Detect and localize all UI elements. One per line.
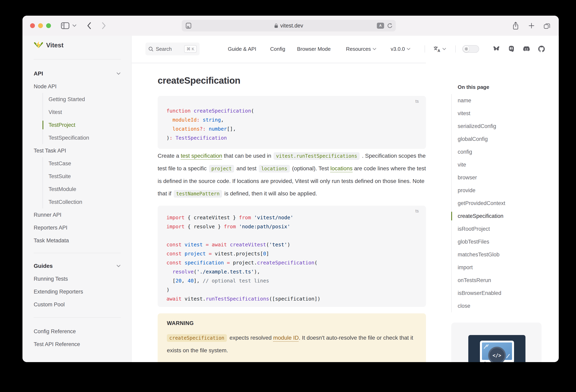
sidebar-item-test-api-reference[interactable]: Test API Reference bbox=[34, 338, 121, 351]
sidebar-item-node-api[interactable]: Node API bbox=[34, 80, 121, 93]
discord-icon[interactable] bbox=[523, 36, 530, 62]
sponsor-image: </> bbox=[468, 335, 525, 362]
outline-item-provide[interactable]: provide bbox=[458, 184, 542, 197]
github-icon[interactable] bbox=[538, 36, 545, 62]
inline-link[interactable]: module ID bbox=[273, 335, 299, 341]
nav-link-browser-mode[interactable]: Browser Mode bbox=[297, 36, 331, 62]
sidebar-item-testmodule[interactable]: TestModule bbox=[43, 183, 121, 196]
text-run: number bbox=[209, 126, 227, 132]
new-tab-icon[interactable] bbox=[528, 16, 535, 36]
outline-item-isbrowserenabled[interactable]: isBrowserEnabled bbox=[458, 287, 542, 300]
outline-item-config[interactable]: config bbox=[458, 146, 542, 158]
sidebar-item-config-reference[interactable]: Config Reference bbox=[34, 325, 121, 338]
text-run bbox=[181, 251, 184, 257]
toolbar-chevron-down-icon[interactable] bbox=[72, 16, 77, 36]
text-run: await bbox=[167, 296, 181, 302]
sidebar-item-task-metadata[interactable]: Task Metadata bbox=[34, 234, 121, 247]
outline-item-vite[interactable]: vite bbox=[458, 158, 542, 171]
text-run: : bbox=[170, 135, 173, 141]
share-icon[interactable] bbox=[512, 16, 519, 36]
text-run bbox=[167, 126, 173, 132]
outline-item-createspecification[interactable]: createSpecification bbox=[458, 210, 542, 222]
code-lines: function createSpecification( moduleId: … bbox=[167, 106, 417, 142]
sidebar-item-testspecification[interactable]: TestSpecification bbox=[43, 131, 121, 144]
outline-item-globtestfiles[interactable]: globTestFiles bbox=[458, 235, 542, 248]
outline-item-vitest[interactable]: vitest bbox=[458, 107, 542, 120]
text-run: : bbox=[197, 117, 200, 123]
sidebar-item-reporters-api[interactable]: Reporters API bbox=[34, 221, 121, 234]
sidebar-section-guides[interactable]: Guides bbox=[34, 260, 121, 272]
text-run: specification bbox=[184, 260, 224, 266]
back-icon[interactable] bbox=[86, 16, 92, 36]
lock-icon bbox=[274, 23, 278, 28]
outline-item-matchestestglob[interactable]: matchesTestGlob bbox=[458, 248, 542, 261]
code-block-signature[interactable]: ts function createSpecification( moduleI… bbox=[158, 96, 426, 149]
outline-item-serializedconfig[interactable]: serializedConfig bbox=[458, 120, 542, 133]
text-run: locations bbox=[173, 126, 200, 132]
text-run: project bbox=[184, 251, 205, 257]
sidebar-item-extending-reporters[interactable]: Extending Reporters bbox=[34, 285, 121, 298]
sidebar-item-testproject[interactable]: TestProject bbox=[43, 119, 121, 131]
text-run: ) bbox=[167, 135, 170, 141]
outline-item-globalconfig[interactable]: globalConfig bbox=[458, 133, 542, 146]
mastodon-icon[interactable] bbox=[508, 36, 515, 62]
text-run: { createVitest } bbox=[184, 215, 239, 220]
text-run bbox=[224, 260, 227, 266]
sponsor-card[interactable]: </> bbox=[451, 323, 542, 362]
sidebar-toggle-icon[interactable] bbox=[61, 16, 69, 36]
tab-overview-icon[interactable] bbox=[543, 16, 551, 36]
search-label: Search bbox=[156, 46, 172, 52]
sidebar-item-running-tests[interactable]: Running Tests bbox=[34, 272, 121, 285]
sidebar-item-testcase[interactable]: TestCase bbox=[43, 157, 121, 170]
inline-link[interactable]: test specification bbox=[181, 153, 222, 159]
brand[interactable]: Vitest bbox=[34, 38, 121, 52]
vitest-logo-icon bbox=[34, 40, 43, 50]
nav-link-guide-api[interactable]: Guide & API bbox=[228, 36, 256, 62]
outline-item-browser[interactable]: browser bbox=[458, 171, 542, 184]
chevron-down-icon bbox=[406, 48, 410, 50]
text-run: [ bbox=[167, 278, 175, 284]
text-run bbox=[236, 224, 239, 230]
sidebar-api-rest: Runner APIReporters APITask Metadata bbox=[34, 209, 121, 247]
nav-language-menu[interactable]: A bbox=[433, 36, 446, 62]
theme-toggle[interactable] bbox=[462, 45, 479, 53]
url-display[interactable]: vitest.dev bbox=[182, 20, 396, 31]
text-run: is defined, then it will also be applied… bbox=[223, 190, 317, 197]
outline-item-getprovidedcontext[interactable]: getProvidedContext bbox=[458, 197, 542, 210]
sidebar-section-api[interactable]: API bbox=[34, 67, 121, 80]
sidebar-item-vitest[interactable]: Vitest bbox=[43, 106, 121, 119]
inline-link[interactable]: locations bbox=[330, 165, 353, 172]
outline-item-isrootproject[interactable]: isRootProject bbox=[458, 222, 542, 235]
chevron-down-icon bbox=[442, 48, 446, 50]
address-bar[interactable]: vitest.dev A bbox=[182, 20, 396, 31]
outline-item-import[interactable]: import bbox=[458, 261, 542, 274]
sidebar-item-getting-started[interactable]: Getting Started bbox=[43, 93, 121, 106]
sidebar-item-runner-api[interactable]: Runner API bbox=[34, 209, 121, 221]
inline-code: project bbox=[209, 165, 234, 173]
bluesky-icon[interactable] bbox=[493, 36, 500, 62]
nav-link-config[interactable]: Config bbox=[270, 36, 285, 62]
forward-icon[interactable] bbox=[101, 16, 107, 36]
code-block-example[interactable]: ts import { createVitest } from 'vitest/… bbox=[158, 206, 426, 307]
nav-menu-resources[interactable]: Resources bbox=[346, 36, 376, 62]
search-input[interactable]: Search ⌘ K bbox=[145, 43, 200, 55]
sidebar-item-testsuite[interactable]: TestSuite bbox=[43, 170, 121, 183]
text-run: // optional test lines bbox=[203, 278, 269, 284]
outline-item-close[interactable]: close bbox=[458, 300, 542, 312]
reload-icon[interactable] bbox=[387, 23, 393, 29]
browser-toolbar: vitest.dev A bbox=[23, 16, 559, 36]
outline-item-ontestsrerun[interactable]: onTestsRerun bbox=[458, 274, 542, 287]
text-run: function bbox=[167, 108, 191, 114]
text-run: createSpecification bbox=[194, 108, 251, 114]
text-run bbox=[251, 215, 254, 220]
outline-item-name[interactable]: name bbox=[458, 94, 542, 107]
sidebar-item-test-task-api[interactable]: Test Task API bbox=[34, 144, 121, 157]
code-line: const specification = project.createSpec… bbox=[167, 258, 417, 267]
sidebar-item-testcollection[interactable]: TestCollection bbox=[43, 196, 121, 209]
sidebar-item-custom-pool[interactable]: Custom Pool bbox=[34, 298, 121, 311]
zoom-button[interactable] bbox=[46, 23, 51, 28]
nav-menu-version[interactable]: v3.0.0 bbox=[391, 36, 410, 62]
close-button[interactable] bbox=[30, 23, 35, 28]
translate-icon[interactable]: A bbox=[377, 23, 384, 29]
minimize-button[interactable] bbox=[38, 23, 43, 28]
